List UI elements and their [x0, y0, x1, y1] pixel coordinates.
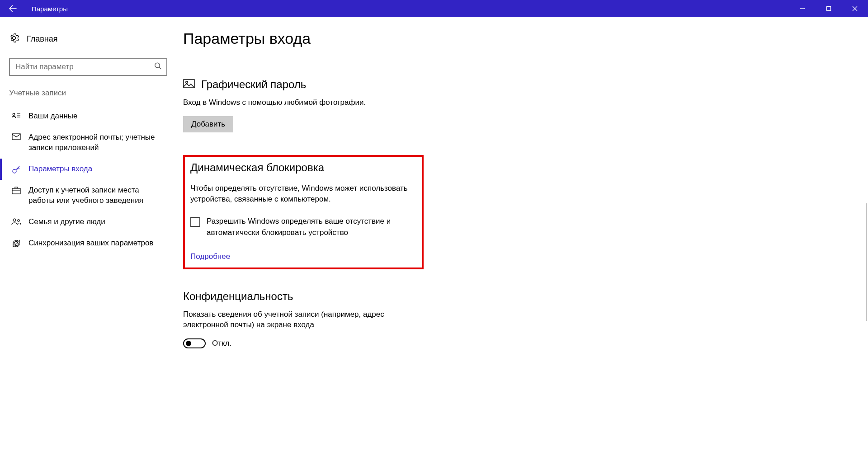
sidebar-item-label: Синхронизация ваших параметров — [28, 238, 153, 249]
window-title: Параметры — [32, 5, 68, 13]
svg-point-7 — [17, 219, 19, 221]
privacy-toggle-row: Откл. — [183, 338, 868, 348]
sidebar-item-label: Параметры входа — [28, 164, 92, 174]
gear-icon — [9, 33, 19, 45]
close-icon — [852, 6, 858, 11]
sidebar-item-label: Доступ к учетной записи места работы или… — [28, 185, 167, 206]
svg-point-9 — [186, 81, 188, 83]
search-box[interactable] — [9, 58, 167, 76]
main-content: Параметры входа Графический пароль Вход … — [176, 17, 868, 460]
maximize-icon — [826, 6, 831, 11]
toggle-knob — [186, 341, 191, 346]
svg-point-4 — [13, 169, 16, 173]
sidebar-item-work-school[interactable]: Доступ к учетной записи места работы или… — [0, 180, 176, 211]
page-title: Параметры входа — [183, 30, 868, 47]
close-button[interactable] — [842, 0, 868, 17]
dynamic-lock-section: Динамическая блокировка Чтобы определять… — [183, 155, 424, 269]
dynamic-lock-checkbox-row: Разрешить Windows определять ваше отсутс… — [190, 216, 416, 238]
home-label: Главная — [27, 34, 58, 44]
sidebar-section-label: Учетные записи — [0, 89, 176, 98]
picture-icon — [183, 79, 196, 90]
sidebar-item-signin-options[interactable]: Параметры входа — [0, 159, 176, 180]
minimize-icon — [800, 6, 805, 11]
sidebar-item-label: Ваши данные — [28, 111, 77, 122]
search-input[interactable] — [10, 59, 166, 75]
sidebar-item-your-info[interactable]: Ваши данные — [0, 106, 176, 127]
briefcase-icon — [11, 185, 21, 194]
picture-password-heading: Графический пароль — [201, 78, 306, 91]
svg-rect-5 — [12, 188, 20, 194]
maximize-button[interactable] — [816, 0, 842, 17]
dynamic-lock-desc: Чтобы определять отсутствие, Windows мож… — [190, 183, 416, 205]
minimize-button[interactable] — [789, 0, 816, 17]
section-picture-password-header: Графический пароль — [183, 78, 868, 91]
dynamic-lock-checkbox-label: Разрешить Windows определять ваше отсутс… — [207, 216, 410, 238]
dynamic-lock-checkbox[interactable] — [190, 217, 200, 227]
add-picture-password-button[interactable]: Добавить — [183, 116, 233, 132]
svg-rect-0 — [827, 7, 831, 11]
sidebar-item-label: Адрес электронной почты; учетные записи … — [28, 132, 167, 153]
people-icon — [11, 217, 21, 226]
sidebar: Главная Учетные записи Ваши данные Адрес… — [0, 17, 176, 460]
privacy-toggle-state: Откл. — [212, 339, 231, 348]
privacy-desc: Показать сведения об учетной записи (нап… — [183, 309, 400, 331]
scrollbar[interactable] — [866, 203, 867, 321]
privacy-heading: Конфиденциальность — [183, 290, 868, 303]
search-icon — [154, 62, 162, 72]
mail-icon — [11, 132, 21, 140]
sidebar-item-sync[interactable]: Синхронизация ваших параметров — [0, 233, 176, 254]
window-controls — [789, 0, 868, 17]
svg-point-1 — [155, 63, 160, 67]
home-link[interactable]: Главная — [0, 30, 176, 48]
dynamic-lock-learn-more-link[interactable]: Подробнее — [190, 252, 416, 261]
sidebar-item-label: Семья и другие люди — [28, 217, 105, 227]
arrow-left-icon — [9, 5, 17, 13]
sync-icon — [11, 238, 21, 248]
sidebar-item-family[interactable]: Семья и другие люди — [0, 211, 176, 233]
sidebar-item-email-accounts[interactable]: Адрес электронной почты; учетные записи … — [0, 127, 176, 159]
svg-point-6 — [13, 219, 16, 221]
key-icon — [11, 164, 21, 174]
dynamic-lock-heading: Динамическая блокировка — [190, 161, 416, 174]
picture-password-desc: Вход в Windows с помощью любимой фотогра… — [183, 97, 868, 108]
privacy-toggle[interactable] — [183, 338, 206, 348]
svg-point-2 — [13, 113, 15, 116]
titlebar: Параметры — [0, 0, 868, 17]
back-button[interactable] — [0, 0, 25, 17]
person-card-icon — [11, 111, 21, 119]
